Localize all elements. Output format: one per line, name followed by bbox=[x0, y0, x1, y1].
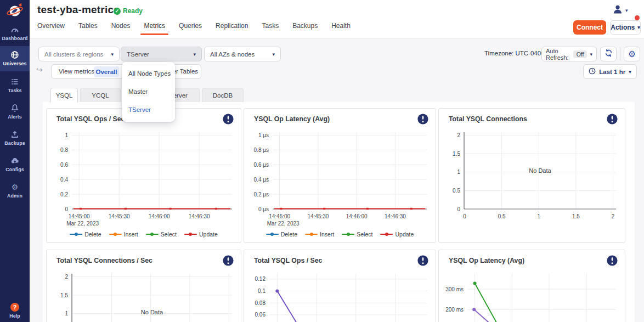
app-window: DashboardUniversesTasksAlertsBackupsConf… bbox=[0, 0, 644, 322]
auto-refresh-value: Off bbox=[573, 50, 587, 58]
menu-item-all-node-types[interactable]: All Node Types bbox=[122, 65, 175, 83]
legend-item-delete[interactable]: Delete bbox=[70, 231, 101, 238]
clock-icon bbox=[589, 67, 596, 76]
notification-dot bbox=[635, 15, 640, 20]
tab-nodes[interactable]: Nodes bbox=[111, 22, 131, 35]
actions-button[interactable]: Actions ▾ bbox=[610, 20, 641, 35]
legend-marker bbox=[109, 232, 122, 236]
node-type-menu: All Node TypesMasterTServer bbox=[122, 62, 175, 122]
chart-card: YSQL Op Latency (Avg)300 ms200 ms100 ms0… bbox=[438, 250, 625, 322]
svg-text:14:46:30: 14:46:30 bbox=[189, 213, 210, 219]
svg-text:0.8: 0.8 bbox=[60, 147, 68, 153]
chart-card: Total YSQL Ops / Sec10.80.60.40.2014:45:… bbox=[46, 108, 241, 243]
admin-gear-icon: ⚙ bbox=[0, 182, 30, 191]
chart-card: Total YSQL Connections21.510.5000.511.52… bbox=[438, 108, 625, 243]
chart-plot-area[interactable]: 1 µs0.8 µs0.6 µs0.4 µs0.2 µs0 µs14:45:00… bbox=[244, 109, 436, 242]
metrics-content: All clusters & regions ▾ TServer ▾ All A… bbox=[30, 38, 644, 322]
gear-icon: ⚙ bbox=[628, 50, 636, 59]
settings-button[interactable]: ⚙ bbox=[624, 47, 640, 61]
actions-label: Actions bbox=[611, 24, 635, 31]
legend-item-select[interactable]: Select bbox=[146, 231, 177, 238]
chart-plot-area[interactable]: 300 ms200 ms100 ms0 ms bbox=[439, 250, 625, 322]
tab-backups[interactable]: Backups bbox=[292, 22, 318, 35]
svg-text:2: 2 bbox=[65, 274, 68, 280]
sidebar-item-backups[interactable]: Backups bbox=[0, 126, 30, 151]
legend-item-update[interactable]: Update bbox=[380, 231, 414, 238]
chart-plot-area[interactable]: 21.510.5000.511.52No Data bbox=[47, 250, 241, 322]
svg-text:14:45:00: 14:45:00 bbox=[69, 213, 90, 219]
legend-marker bbox=[146, 232, 159, 236]
svg-text:1: 1 bbox=[457, 169, 460, 175]
subdirectory-arrow-icon: ↪ bbox=[36, 65, 43, 74]
sidebar-item-tasks[interactable]: Tasks bbox=[0, 73, 30, 98]
universe-title: test-yba-metrics bbox=[37, 4, 120, 16]
status-badge: ✓ Ready bbox=[114, 7, 143, 15]
chart-card: Total YSQL Ops / Sec0.120.10.080.060.040… bbox=[244, 250, 436, 322]
menu-item-tserver[interactable]: TServer bbox=[122, 101, 175, 119]
timezone-label: Timezone: UTC-0400 bbox=[484, 50, 545, 57]
chevron-down-icon: ▾ bbox=[637, 25, 640, 30]
yugabyte-logo-icon[interactable] bbox=[5, 2, 24, 20]
menu-item-master[interactable]: Master bbox=[122, 83, 175, 101]
az-node-select[interactable]: All AZs & nodes ▾ bbox=[204, 47, 281, 61]
chart-legend: DeleteInsertSelectUpdate bbox=[244, 231, 436, 238]
chart-plot-area[interactable]: 21.510.5000.511.52No Data bbox=[439, 109, 625, 242]
legend-item-insert[interactable]: Insert bbox=[109, 231, 138, 238]
svg-text:14:45:00: 14:45:00 bbox=[269, 213, 290, 219]
auto-refresh-control[interactable]: Auto Refresh: Off ▾ bbox=[541, 47, 597, 61]
time-range-value: Last 1 hr bbox=[599, 69, 625, 75]
connect-button[interactable]: Connect bbox=[573, 20, 606, 35]
no-data-label: No Data bbox=[529, 167, 551, 174]
legend-item-insert[interactable]: Insert bbox=[305, 231, 334, 238]
chart-card: YSQL Op Latency (Avg)1 µs0.8 µs0.6 µs0.4… bbox=[244, 108, 436, 243]
user-menu[interactable]: ▾ bbox=[612, 4, 628, 17]
svg-text:2: 2 bbox=[457, 132, 460, 138]
chevron-down-icon: ▾ bbox=[193, 52, 196, 57]
sidebar-item-configs[interactable]: Configs bbox=[0, 152, 30, 177]
svg-text:0: 0 bbox=[463, 213, 466, 219]
svg-text:1: 1 bbox=[65, 310, 68, 317]
legend-marker bbox=[305, 232, 318, 236]
chevron-down-icon: ▾ bbox=[111, 52, 114, 57]
sidebar-item-help[interactable]: ? Help bbox=[0, 298, 30, 322]
legend-item-delete[interactable]: Delete bbox=[266, 231, 297, 238]
metric-tab-ycql[interactable]: YCQL bbox=[80, 88, 121, 103]
svg-text:0.4: 0.4 bbox=[60, 177, 68, 183]
sidebar-item-alerts[interactable]: Alerts bbox=[0, 99, 30, 125]
tab-queries[interactable]: Queries bbox=[179, 22, 202, 35]
tasks-list-icon bbox=[0, 77, 30, 86]
status-label: Ready bbox=[123, 7, 143, 15]
legend-item-select[interactable]: Select bbox=[342, 231, 372, 238]
chart-plot-area[interactable]: 0.120.10.080.060.040.020 bbox=[244, 250, 436, 322]
svg-text:0 µs: 0 µs bbox=[258, 206, 269, 212]
svg-text:0.06: 0.06 bbox=[255, 312, 266, 318]
sidebar-item-admin[interactable]: ⚙Admin bbox=[0, 178, 30, 204]
chart-plot-area[interactable]: 10.80.60.40.2014:45:0014:45:3014:46:0014… bbox=[47, 109, 241, 242]
refresh-button[interactable] bbox=[600, 47, 617, 61]
refresh-icon bbox=[605, 49, 613, 59]
metric-tab-ysql[interactable]: YSQL bbox=[50, 88, 78, 103]
svg-text:0.8 µs: 0.8 µs bbox=[254, 147, 269, 153]
tab-overview[interactable]: Overview bbox=[37, 22, 65, 35]
time-range-button[interactable]: Last 1 hr ▾ bbox=[583, 64, 637, 79]
svg-text:14:46:00: 14:46:00 bbox=[149, 213, 170, 219]
tab-health[interactable]: Health bbox=[331, 22, 351, 35]
node-type-select[interactable]: TServer ▾ bbox=[121, 47, 202, 61]
svg-text:1.5: 1.5 bbox=[453, 151, 460, 157]
configs-cloud-icon bbox=[0, 156, 30, 165]
sidebar-item-dashboard[interactable]: Dashboard bbox=[0, 21, 30, 46]
tab-tasks[interactable]: Tasks bbox=[262, 22, 279, 35]
svg-text:0.6 µs: 0.6 µs bbox=[254, 162, 269, 168]
svg-text:14:46:30: 14:46:30 bbox=[385, 213, 406, 219]
tab-tables[interactable]: Tables bbox=[78, 22, 98, 35]
tab-metrics[interactable]: Metrics bbox=[144, 22, 165, 35]
metric-tab-docdb[interactable]: DocDB bbox=[202, 88, 244, 103]
tab-replication[interactable]: Replication bbox=[216, 22, 248, 35]
legend-item-update[interactable]: Update bbox=[184, 231, 218, 238]
view-overall-segment[interactable]: Overall bbox=[94, 66, 119, 77]
sidebar-item-universes[interactable]: Universes bbox=[0, 46, 30, 71]
svg-text:300 ms: 300 ms bbox=[445, 286, 464, 292]
svg-text:Mar 22, 2023: Mar 22, 2023 bbox=[267, 221, 300, 227]
cluster-region-select[interactable]: All clusters & regions ▾ bbox=[38, 47, 120, 61]
node-type-value: TServer bbox=[127, 51, 149, 58]
